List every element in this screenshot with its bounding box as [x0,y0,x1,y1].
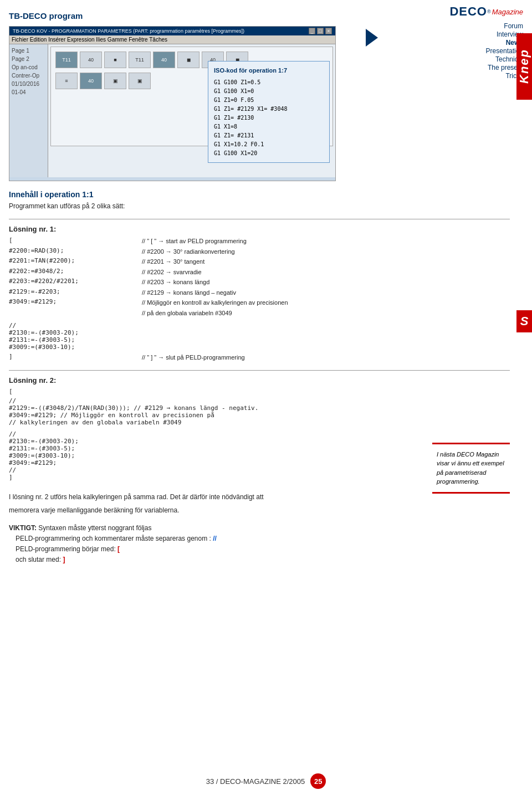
logo-deco: DECO [449,4,487,19]
code-row-8: // på den globala variabeln #3049 [9,309,510,318]
page-item-5: 01/10/2016 [11,80,47,88]
closing-line-2: memorera varje mellanliggande beräkning … [9,505,510,515]
closing-row: ] // " ] " → slut på PELD-programmering [9,353,510,362]
closing-right: // " ] " → slut på PELD-programmering [142,353,510,362]
iso-line-7: G1 Z1= #2131 [214,131,324,140]
code-left-8 [9,309,142,318]
screenshot-inner: Page 1 Page 2 Op an-cod Contrer-Op 01/10… [9,44,335,177]
divider-1 [9,219,510,219]
losning2-opening: [ [9,388,510,395]
nav-forum[interactable]: Forum [504,22,523,30]
viktigt-item-2-prefix: PELD-programmering och kommentarer måste… [16,535,213,542]
losning2-section: Lösning nr. 2: [ // #2129:=-((#3048/2)/T… [9,376,510,481]
code-left-1: [ [9,237,142,246]
screenshot-area: TB-DECO KOV - PROGRAMMATION PARAMETRES (… [9,26,336,181]
page-item-6: 01-04 [11,88,47,96]
minimize-button[interactable]: _ [309,28,315,34]
screenshot-titlebar: TB-DECO KOV - PROGRAMMATION PARAMETRES (… [9,27,335,35]
code-row-3: #2201:=TAN(#2200); // #2201 → 30° tangen… [9,257,510,266]
prog-cell-2: 40 [80,52,102,68]
prog-cell-1: T11 [55,52,78,68]
code-right-8: // på den globala variabeln #3049 [142,309,510,318]
prog-cell-4: T11 [129,52,151,68]
viktigt-section: VIKTIGT: Syntaxen måste ytterst noggrant… [9,523,510,566]
code-right-3: // #2201 → 30° tangent [142,257,510,266]
viktigt-item-4-container: och slutar med: ] [16,555,510,565]
code-block-line-4: #3009:=(#3003-10); [9,343,510,351]
maximize-button[interactable]: □ [317,28,324,34]
code-row-6: #2129:=-#2203; // #2129 → konans längd –… [9,288,510,298]
code-right-2: // #2200 → 30° radiankonvertering [142,247,510,257]
code-row-5: #2203:=#2202/#2201; // #2203 → konans lä… [9,278,510,287]
right-note-text: I nästa DECO Magazin visar vi ännu ett e… [437,451,504,485]
losning2-label: Lösning nr. 2: [9,376,510,384]
viktigt-item-1: Syntaxen måste ytterst noggrant följas [38,524,151,532]
logo-deco-superscript: ® [487,9,491,14]
right-note-box: I nästa DECO Magazin visar vi ännu ett e… [432,443,510,494]
iso-line-2: G1 G100 X1=0 [214,87,324,96]
losning1-section: Lösning nr. 1: [ // " [ " → start av PEL… [9,225,510,362]
page-item-1: Page 1 [11,47,47,55]
prog-cell-6: ◼ [177,52,200,68]
screenshot-main-panel: T11 40 ■ T11 40 ◼ 40 ◼ ≡ 40 ▣ ▣ [48,44,335,177]
closing-left: ] [9,353,142,362]
losning2-line-1: // [9,397,510,404]
knep-label: Knep [516,33,532,100]
losning2-line-3: #3049:=#2129; // Möjliggör en kontroll a… [9,412,510,419]
code-left-6: #2129:=-#2203; [9,288,142,298]
code-right-4: // #2202 → svarvradie [142,268,510,277]
code-right-7: // Möjliggör en kontroll av kalkyleringe… [142,298,510,307]
viktigt-bracket-close: ] [63,556,65,563]
iso-line-1: G1 G100 Z1=0.5 [214,78,324,87]
code-left-2: #2200:=RAD(30); [9,247,142,257]
losning2-block2-line-1: // [9,430,510,438]
code-row-4: #2202:=#3048/2; // #2202 → svarvradie [9,268,510,277]
iso-line-8: G1 X1=10.2 F0.1 [214,140,324,149]
code-row-1: [ // " [ " → start av PELD programmering [9,237,510,246]
code-block-1: // #2130:=-(#3003-20); #2131:=-(#3003-5)… [9,322,510,351]
prog-cell-12: ▣ [129,73,151,89]
logo-area: DECO ® Magazine [449,4,523,19]
screenshot-title: TB-DECO KOV - PROGRAMMATION PARAMETRES (… [13,28,244,34]
iso-box-code: G1 G100 Z1=0.5 G1 G100 X1=0 G1 Z1=0 F.05… [214,78,324,158]
prog-cell-10: 40 [80,73,102,89]
titlebar-buttons: _ □ × [309,28,332,34]
losning1-label: Lösning nr. 1: [9,225,510,233]
code-left-5: #2203:=#2202/#2201; [9,278,142,287]
code-left-4: #2202:=#3048/2; [9,268,142,277]
logo-magazine: Magazine [492,8,523,16]
page-footer: 33 / DECO-MAGAZINE 2/2005 25 [0,773,532,789]
viktigt-label: VIKTIGT: [9,524,37,532]
menu-text: Fichier Edition Insérer Expression Ilies… [12,37,167,43]
code-row-7: #3049:=#2129; // Möjliggör en kontroll a… [9,298,510,307]
viktigt-separator-code: // [213,535,217,542]
footer-page-number: 33 / DECO-MAGAZINE 2/2005 [206,777,305,786]
closing-section: I lösning nr. 2 utförs hela kalkyleringe… [9,492,510,515]
prog-cell-9: ≡ [55,73,78,89]
code-block-line-2: #2130:=-(#3003-20); [9,329,510,336]
losning2-line-4: // kalkyleringen av den globala variabel… [9,419,510,426]
code-right-1: // " [ " → start av PELD programmering [142,237,510,246]
nav-arrow-icon [366,29,378,47]
viktigt-item-4-prefix: och slutar med: [16,556,63,563]
viktigt-bracket-open: [ [117,545,120,553]
viktigt-item-3-prefix: PELD-programmering börjar med: [16,545,117,553]
intro-text: Programmet kan utföras på 2 olika sätt: [9,201,510,211]
iso-line-6: G1 X1=8 [214,122,324,131]
screenshot-menu: Fichier Edition Insérer Expression Ilies… [9,35,335,44]
code-right-5: // #2203 → konans längd [142,278,510,287]
code-row-2: #2200:=RAD(30); // #2200 → 30° radiankon… [9,247,510,257]
iso-line-3: G1 Z1=0 F.05 [214,96,324,105]
footer-circle-number: 25 [310,773,326,789]
divider-2 [9,370,510,371]
losning2-code: // #2129:=-((#3048/2)/TAN(RAD(30))); // … [9,397,510,426]
page-item-2: Page 2 [11,55,47,63]
losning2-line-2: #2129:=-((#3048/2)/TAN(RAD(30))); // #21… [9,404,510,412]
code-left-3: #2201:=TAN(#2200); [9,257,142,266]
prog-cell-3: ■ [104,52,126,68]
prog-cell-11: ▣ [104,73,126,89]
close-button[interactable]: × [325,28,332,34]
s-label: S [516,310,532,332]
viktigt-item-3-container: PELD-programmering börjar med: [ [16,544,510,555]
iso-line-9: G1 G100 X1=20 [214,149,324,158]
